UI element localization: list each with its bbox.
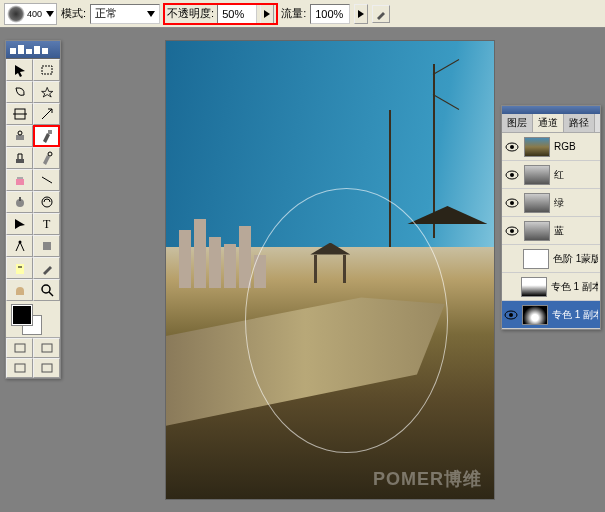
magic-wand-tool[interactable] bbox=[33, 81, 60, 103]
blur-tool[interactable] bbox=[6, 191, 33, 213]
lasso-tool[interactable] bbox=[6, 81, 33, 103]
visibility-toggle[interactable] bbox=[504, 139, 520, 155]
visibility-toggle[interactable] bbox=[504, 251, 519, 267]
pen-tool[interactable] bbox=[6, 235, 33, 257]
healing-brush-tool[interactable] bbox=[6, 125, 33, 147]
path-select-tool[interactable] bbox=[6, 213, 33, 235]
brush-tool[interactable] bbox=[33, 125, 60, 147]
airbrush-icon bbox=[375, 8, 387, 20]
brush-tool-icon bbox=[40, 129, 54, 143]
eyedropper-tool[interactable] bbox=[33, 257, 60, 279]
arrow-right-icon bbox=[358, 10, 364, 18]
opacity-input[interactable]: 50% bbox=[217, 4, 257, 24]
clone-stamp-tool[interactable] bbox=[6, 147, 33, 169]
channel-name: 蓝 bbox=[554, 224, 564, 238]
svg-point-41 bbox=[509, 313, 513, 317]
chevron-down-icon[interactable] bbox=[46, 11, 54, 17]
panel-tab[interactable]: 路径 bbox=[564, 114, 595, 132]
blend-mode-select[interactable]: 正常 bbox=[90, 4, 160, 24]
visibility-toggle[interactable] bbox=[504, 279, 517, 295]
options-bar: 400 模式: 正常 不透明度: 50% 流量: 100% bbox=[0, 0, 605, 28]
crop-tool[interactable] bbox=[6, 103, 33, 125]
tool-grid: T bbox=[6, 59, 60, 301]
channel-row[interactable]: RGB bbox=[502, 133, 600, 161]
toolbox-header[interactable] bbox=[6, 41, 60, 59]
history-brush-tool[interactable] bbox=[33, 147, 60, 169]
brush-preset-picker[interactable]: 400 bbox=[4, 3, 57, 25]
type-tool-icon: T bbox=[40, 217, 54, 231]
panel-tabs: 图层通道路径 bbox=[502, 114, 600, 133]
move-tool[interactable] bbox=[6, 59, 33, 81]
flow-input[interactable]: 100% bbox=[310, 4, 350, 24]
notes-tool[interactable] bbox=[6, 257, 33, 279]
healing-brush-tool-icon bbox=[13, 129, 27, 143]
airbrush-toggle[interactable] bbox=[372, 5, 390, 23]
eye-icon bbox=[505, 226, 519, 236]
extra-tool[interactable] bbox=[33, 358, 60, 378]
svg-rect-7 bbox=[42, 66, 52, 74]
quick-mask-toggle-icon bbox=[13, 342, 27, 354]
opacity-flyout-button[interactable] bbox=[260, 4, 274, 24]
watermark: POMER博维 bbox=[373, 467, 482, 491]
panel-drag-header[interactable] bbox=[502, 106, 600, 114]
blend-mode-value: 正常 bbox=[95, 6, 117, 21]
flow-flyout-button[interactable] bbox=[354, 4, 368, 24]
svg-rect-23 bbox=[43, 242, 51, 250]
eyedropper-tool-icon bbox=[40, 261, 54, 275]
visibility-toggle[interactable] bbox=[504, 223, 520, 239]
svg-rect-19 bbox=[19, 197, 21, 201]
crop-tool-icon bbox=[13, 107, 27, 121]
channel-row[interactable]: 蓝 bbox=[502, 217, 600, 245]
visibility-toggle[interactable] bbox=[504, 307, 518, 323]
shape-tool[interactable] bbox=[33, 235, 60, 257]
channel-row[interactable]: 色阶 1蒙版 bbox=[502, 245, 600, 273]
dodge-tool[interactable] bbox=[33, 191, 60, 213]
svg-marker-0 bbox=[264, 10, 270, 18]
opacity-value: 50% bbox=[222, 8, 244, 20]
foreground-color-swatch[interactable] bbox=[12, 305, 32, 325]
svg-rect-28 bbox=[15, 344, 25, 352]
chevron-down-icon[interactable] bbox=[147, 11, 155, 17]
eraser-tool[interactable] bbox=[6, 169, 33, 191]
brush-cursor-outline bbox=[245, 188, 448, 454]
quick-mask-toggle[interactable] bbox=[6, 338, 33, 358]
slice-tool[interactable] bbox=[33, 103, 60, 125]
svg-rect-16 bbox=[17, 177, 23, 179]
panel-tab[interactable]: 通道 bbox=[533, 114, 564, 132]
channel-list: RGB红绿蓝色阶 1蒙版专色 1 副本 5专色 1 副本 6 bbox=[502, 133, 600, 329]
channel-thumbnail bbox=[523, 249, 549, 269]
gradient-tool[interactable] bbox=[33, 169, 60, 191]
document-canvas[interactable]: POMER博维 bbox=[165, 40, 495, 500]
opacity-label: 不透明度: bbox=[167, 6, 214, 21]
type-tool[interactable]: T bbox=[33, 213, 60, 235]
screen-mode-toggle[interactable] bbox=[33, 338, 60, 358]
zoom-tool[interactable] bbox=[33, 279, 60, 301]
visibility-toggle[interactable] bbox=[504, 167, 520, 183]
channel-row[interactable]: 专色 1 副本 6 bbox=[502, 301, 600, 329]
svg-point-33 bbox=[510, 145, 514, 149]
channel-thumbnail bbox=[522, 305, 548, 325]
channel-row[interactable]: 红 bbox=[502, 161, 600, 189]
panel-tab[interactable]: 图层 bbox=[502, 114, 533, 132]
extra-tool-icon bbox=[40, 362, 54, 374]
channel-thumbnail bbox=[524, 221, 550, 241]
eye-icon bbox=[505, 198, 519, 208]
svg-rect-31 bbox=[42, 364, 52, 372]
clone-stamp-tool-icon bbox=[13, 151, 27, 165]
channel-name: 色阶 1蒙版 bbox=[553, 252, 598, 266]
visibility-toggle[interactable] bbox=[504, 195, 520, 211]
svg-point-26 bbox=[42, 285, 50, 293]
marquee-tool-icon bbox=[40, 63, 54, 77]
channel-row[interactable]: 专色 1 副本 5 bbox=[502, 273, 600, 301]
svg-rect-3 bbox=[18, 45, 24, 54]
svg-rect-10 bbox=[16, 135, 24, 140]
marquee-tool[interactable] bbox=[33, 59, 60, 81]
jump-to-app-icon bbox=[13, 362, 27, 374]
tool-bottom-row bbox=[6, 337, 60, 378]
svg-point-14 bbox=[48, 152, 52, 156]
channel-row[interactable]: 绿 bbox=[502, 189, 600, 217]
svg-rect-13 bbox=[16, 159, 24, 163]
hand-tool[interactable] bbox=[6, 279, 33, 301]
jump-to-app[interactable] bbox=[6, 358, 33, 378]
zoom-tool-icon bbox=[40, 283, 54, 297]
